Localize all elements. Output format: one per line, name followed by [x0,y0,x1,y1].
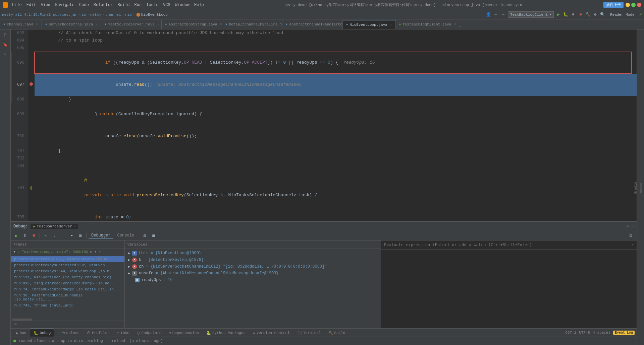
menu-refactor[interactable]: Refactor [92,2,115,8]
status-indent[interactable]: 4 spaces [593,331,610,335]
var-item-ch[interactable]: ▶ ● ch = {NioServerSocketChannel@1612} "… [125,263,381,270]
frame-item-3[interactable]: run:511, NioEventLoop (io.netty.channel.… [11,274,124,280]
gradle-panel-label[interactable]: Gradle [633,180,638,196]
close-button[interactable] [637,3,641,7]
sidebar-project-icon[interactable]: P [1,31,10,40]
frame-item-0[interactable]: processSelectedKey:697, NioEventLoop (io… [11,256,124,262]
status-encoding[interactable]: UTF-8 [579,331,590,335]
frame-item-7[interactable]: run:748, Thread (java.lang) [11,302,124,308]
var-item-readyops[interactable]: p readyOps = 16 [125,277,381,283]
debug-stop-btn[interactable]: ■ [30,232,38,239]
bottom-tab-dependencies[interactable]: ⊞ Dependencies [165,329,202,337]
var-item-this[interactable]: ▶ o this = {NioEventLoop@1900} [125,250,381,257]
debugger-tab[interactable]: Debugger [89,232,113,239]
tab-serverbootstrap[interactable]: ● ServerBootstrap.java × [42,20,101,29]
tab-defaultchannelpipeline[interactable]: ● DefaultChannelPipeline.java × [222,20,282,29]
menu-file[interactable]: File [10,2,24,8]
bottom-tab-todo[interactable]: ☑ TODO [114,329,133,337]
build-project[interactable]: 🔨 [585,12,591,17]
debug-run-to-cursor-btn[interactable]: ➤ [68,232,75,239]
debug-session-tab[interactable]: ▶ TestSourceServer × [31,224,78,229]
frames-icon-btn[interactable]: ⊟ [141,232,149,239]
thread-filter-icon[interactable]: ⊟ [90,250,93,254]
settings-icon[interactable]: ⚙ [593,12,598,17]
tab-channel[interactable]: ● channel.java × [0,20,42,29]
forward-icon[interactable]: → [500,12,506,17]
menu-help[interactable]: Help [192,2,206,8]
bottom-tab-profiler[interactable]: ⏱ Profiler [84,329,113,337]
frame-item-2[interactable]: processSelectedKeys:549, NioEventLoop (i… [11,268,124,274]
bottom-tab-python-packages[interactable]: 🐍 Python Packages [203,329,249,337]
sidebar-structure-icon[interactable]: ≡ [1,50,10,58]
run-config-dropdown[interactable]: TestBacklogClient ▾ [508,11,554,18]
tab-nioeventloop[interactable]: ● NioEventLoop.java × [343,20,396,29]
status-position[interactable]: 697:1 [565,331,576,335]
run-button[interactable]: ▶ [556,12,561,17]
menu-vcs[interactable]: VCS [161,2,172,8]
run-with-coverage[interactable]: ⊕ [571,12,576,17]
bottom-tab-debug[interactable]: 🐛 Debug [30,329,54,337]
reader-mode-button[interactable]: Reader Mode [607,12,637,17]
menu-window[interactable]: Window [173,2,192,8]
debug-step-out-btn[interactable]: ↑ [59,232,67,239]
thread-add-icon[interactable]: + [99,250,101,254]
debug-step-into-btn[interactable]: ↓ [51,232,58,239]
eval-expression-input[interactable] [384,243,629,247]
debug-button[interactable]: 🐛 [563,12,569,17]
back-icon[interactable]: ← [493,12,498,17]
stop-button[interactable]: ■ [578,12,583,17]
debug-evaluate-btn[interactable]: ⊞ [77,232,84,239]
breakpoint-indicator[interactable] [30,82,33,86]
search-everywhere[interactable]: 🔍 [600,12,605,17]
maven-panel-label[interactable]: Maven [639,181,644,195]
breadcrumb-jar[interactable]: netty-all-4.1.39.Final-sources.jar [2,13,77,17]
frame-item-4[interactable]: run:918, SingleThreadEventExecutor$5 (io… [11,280,124,286]
menu-code[interactable]: Code [77,2,91,8]
user-icon[interactable]: 👤 [486,12,491,17]
debug-settings-icon[interactable]: ⚙ [627,224,629,229]
menu-run[interactable]: Run [132,2,144,8]
bottom-tab-problems[interactable]: ⚠ Problems [55,329,83,337]
tab-testbacklogclient[interactable]: ● TestBacklogClient.java × [396,20,456,29]
debug-resume-btn[interactable]: ▶ [13,232,20,239]
sidebar-bookmark-icon[interactable]: 🔖 [1,40,10,49]
breadcrumb-io[interactable]: io [82,13,86,17]
debug-session-close[interactable]: × [73,224,76,228]
debug-step-over-btn[interactable]: ↷ [42,232,49,239]
menu-edit[interactable]: Edit [24,2,38,8]
tab-testsourceserver[interactable]: ● TestSourceServer.java × [101,20,162,29]
bottom-tab-terminal[interactable]: ⬛ Terminal [294,329,324,337]
watch-area[interactable]: 👁 [11,321,124,328]
debug-minimize-icon[interactable]: — [632,224,634,229]
thread-options-icon[interactable]: ▾ [94,250,97,254]
debug-layout-btn[interactable]: ⊡ [627,232,635,239]
menu-navigate[interactable]: Navigate [53,2,76,8]
frames-scrollbar[interactable] [11,318,124,321]
code-editor[interactable]: 693 // Also check for readOps of 0 to wo… [11,29,637,221]
breadcrumb-netty[interactable]: netty [90,13,101,17]
upload-button[interactable]: 插件上传 [603,2,624,8]
tab-abstractchannelhandlercontext[interactable]: ● AbstractChannelHandlerContext.java × [282,20,343,29]
frame-item-1[interactable]: processSelectedKeysOptimized:632, NioEve… [11,262,124,268]
menu-tools[interactable]: Tools [144,2,160,8]
bottom-tab-run[interactable]: ▶ Run [13,329,30,337]
event-log-badge[interactable]: Event Log [613,331,635,335]
breadcrumb-current[interactable]: NioEventLoop [141,13,168,17]
bottom-tab-version-control[interactable]: ◈ Version Control [250,329,293,337]
menu-build[interactable]: Build [115,2,131,8]
tab-overflow[interactable]: ▾ [456,24,464,29]
console-tab[interactable]: Console [115,232,137,239]
maximize-button[interactable] [631,3,636,7]
frame-item-6[interactable]: run:30, FastThreadLocalRunnable (io.nett… [11,292,124,302]
minimize-button[interactable] [626,3,630,7]
tab-abstractbootstrap[interactable]: ● AbstractBootstrap.java × [162,20,222,29]
bottom-tab-build[interactable]: 🔨 Build [325,329,349,337]
frame-item-5[interactable]: run:74, ThreadExecutorMap$2 (io.netty.ut… [11,286,124,292]
threads-icon-btn[interactable]: ⊞ [150,232,157,239]
var-item-unsafe[interactable]: ▶ ≡ unsafe = {AbstractNioMessageChannel$… [125,270,381,277]
breadcrumb-channel[interactable]: channel [105,13,121,17]
bottom-tab-endpoints[interactable]: ⬡ Endpoints [133,329,165,337]
eval-dropdown-btn[interactable]: ▾ [631,243,633,247]
menu-view[interactable]: View [39,2,53,8]
var-item-k[interactable]: ▶ ● k = {SelectionKeyImpl@1978} [125,257,381,263]
